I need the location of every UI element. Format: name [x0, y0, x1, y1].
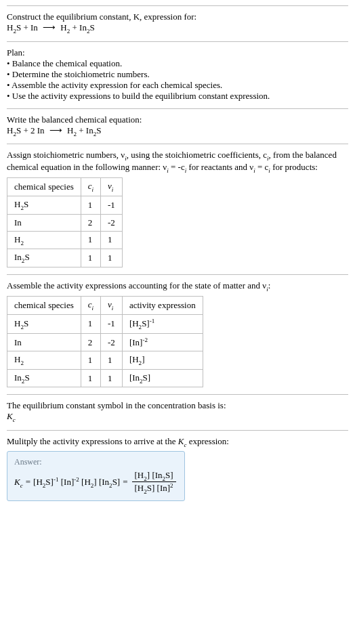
kc-expression: Kc = [H2S]-1 [In]-2 [H2] [In2S] = [H2] [… — [14, 470, 178, 496]
balanced-heading: Write the balanced chemical equation: — [7, 114, 348, 125]
col-nui: νi — [101, 297, 123, 315]
numerator: [H2] [In2S] — [132, 470, 176, 483]
intro-equation: H2S + In ⟶ H2 + In2S — [7, 22, 348, 35]
plan-bullet-4: • Use the activity expressions to build … — [7, 91, 348, 102]
stoich-table: chemical species ci νi H2S 1 -1 In 2 -2 … — [7, 177, 123, 267]
assign-text: Assign stoichiometric numbers, νi, using… — [7, 150, 348, 173]
table-row: In 2 -2 [In]-2 — [7, 333, 203, 351]
multiply-section: Mulitply the activity expressions to arr… — [7, 430, 348, 508]
intro-line1: Construct the equilibrium constant, K, e… — [7, 12, 348, 22]
eq-lhs: H2S + In — [7, 22, 38, 33]
symbol-section: The equilibrium constant symbol in the c… — [7, 394, 348, 430]
eq-rhs: H2 + In2S — [60, 22, 94, 33]
table-row: H2 1 1 — [7, 231, 123, 249]
table-row: H2 1 1 [H2] — [7, 351, 203, 370]
col-activity: activity expression — [122, 297, 203, 315]
col-nui: νi — [101, 178, 123, 196]
table-row: H2S 1 -1 [H2S]-1 — [7, 314, 203, 333]
table-header-row: chemical species ci νi — [7, 178, 123, 196]
table-header-row: chemical species ci νi activity expressi… — [7, 297, 203, 315]
assemble-text: Assemble the activity expressions accoun… — [7, 280, 348, 293]
kc-symbol: Kc — [7, 411, 348, 423]
plan-bullet-3: • Assemble the activity expression for e… — [7, 80, 348, 91]
col-species: chemical species — [7, 297, 81, 315]
plan-heading: Plan: — [7, 47, 348, 58]
plan-section: Plan: • Balance the chemical equation. •… — [7, 41, 348, 108]
assign-section: Assign stoichiometric numbers, νi, using… — [7, 144, 348, 274]
arrow-icon: ⟶ — [40, 22, 58, 33]
intro-section: Construct the equilibrium constant, K, e… — [7, 5, 348, 41]
balanced-equation: H2S + 2 In ⟶ H2 + In2S — [7, 125, 348, 137]
symbol-line: The equilibrium constant symbol in the c… — [7, 400, 348, 411]
plan-bullet-2: • Determine the stoichiometric numbers. — [7, 69, 348, 80]
table-row: In2S 1 1 — [7, 249, 123, 267]
table-row: H2S 1 -1 — [7, 196, 123, 214]
table-row: In2S 1 1 [In2S] — [7, 369, 203, 387]
table-row: In 2 -2 — [7, 214, 123, 231]
answer-box: Answer: Kc = [H2S]-1 [In]-2 [H2] [In2S] … — [7, 451, 185, 502]
answer-label: Answer: — [14, 457, 178, 467]
multiply-text: Mulitply the activity expressions to arr… — [7, 436, 348, 448]
col-species: chemical species — [7, 178, 81, 196]
fraction: [H2] [In2S] [H2S] [In]2 — [132, 470, 176, 496]
balanced-section: Write the balanced chemical equation: H2… — [7, 108, 348, 144]
col-ci: ci — [81, 178, 100, 196]
assemble-section: Assemble the activity expressions accoun… — [7, 274, 348, 395]
arrow-icon: ⟶ — [47, 125, 65, 135]
activity-table: chemical species ci νi activity expressi… — [7, 296, 203, 387]
plan-bullet-1: • Balance the chemical equation. — [7, 58, 348, 69]
denominator: [H2S] [In]2 — [132, 482, 176, 495]
col-ci: ci — [81, 297, 100, 315]
